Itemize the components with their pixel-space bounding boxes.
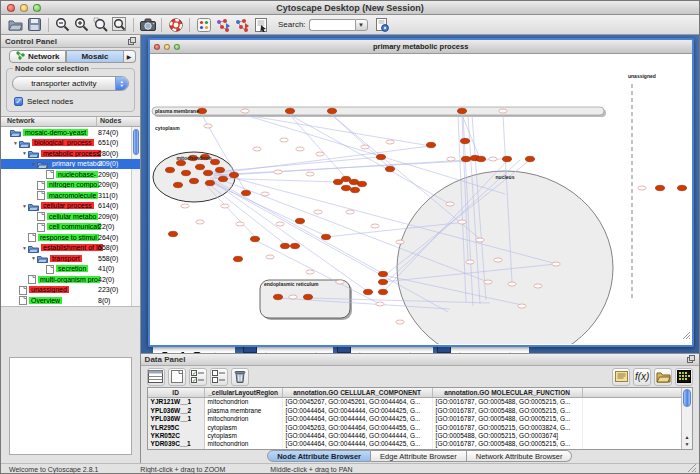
table-cell[interactable]: [GO:0045263, GO:0044464, GO:0044455, G..… xyxy=(283,424,433,432)
network-node-unselected[interactable] xyxy=(180,204,188,208)
network-node-unselected[interactable] xyxy=(465,260,473,264)
network-node-unselected[interactable] xyxy=(637,186,645,190)
network-node-unselected[interactable] xyxy=(533,284,541,288)
node-color-dropdown[interactable]: transporter activity ▲▼ xyxy=(12,76,129,91)
network-node-unselected[interactable] xyxy=(288,295,296,299)
tab-network-attribute-browser[interactable]: Network Attribute Browser xyxy=(467,450,573,462)
window-resize-grip[interactable] xyxy=(682,326,691,344)
network-node-unselected[interactable] xyxy=(395,320,403,324)
network-node-unselected[interactable] xyxy=(360,145,368,149)
table-cell[interactable]: [GO:0044464, GO:0044444, GO:0044425, G..… xyxy=(283,415,433,423)
network-node[interactable] xyxy=(426,142,435,147)
tab-overflow-button[interactable]: ▶ xyxy=(124,50,136,63)
network-node-unselected[interactable] xyxy=(483,280,491,284)
tree-row-overview[interactable]: Overview8(0) xyxy=(1,295,140,306)
network-node[interactable] xyxy=(461,156,470,161)
tree-row-nucleobase-[interactable]: nucleobase-209(0) xyxy=(1,169,140,180)
network-node-unselected[interactable] xyxy=(488,157,496,161)
network-node[interactable] xyxy=(210,159,219,164)
table-cell[interactable]: [GO:0044464, GO:0044444, GO:0044425, G..… xyxy=(283,407,433,415)
import-network-icon[interactable] xyxy=(213,16,232,33)
network-node[interactable] xyxy=(189,178,198,183)
network-node-unselected[interactable] xyxy=(445,202,453,206)
network-node[interactable] xyxy=(218,176,227,181)
network-node[interactable] xyxy=(181,170,190,175)
select-attrs-icon[interactable]: ✓✓ xyxy=(189,368,207,386)
network-node-unselected[interactable] xyxy=(315,152,323,156)
network-node-unselected[interactable] xyxy=(265,255,273,259)
network-node-unselected[interactable] xyxy=(507,282,515,286)
formula-fx-icon[interactable]: f(x) xyxy=(633,368,651,386)
table-cell[interactable]: mitochondrion xyxy=(205,440,283,448)
table-row-ylr295c[interactable]: YLR295Ccytoplasm[GO:0045263, GO:0044464,… xyxy=(148,424,692,432)
heatmap-icon[interactable] xyxy=(675,368,693,386)
tab-mosaic[interactable]: Mosaic xyxy=(66,50,123,63)
table-cell[interactable]: mitochondrion xyxy=(205,415,283,423)
network-window[interactable]: primary metabolic process plasma membran… xyxy=(148,38,694,347)
network-node[interactable] xyxy=(677,185,686,190)
network-node-unselected[interactable] xyxy=(493,258,501,262)
network-node[interactable] xyxy=(295,218,304,223)
table-cell[interactable]: YPL036W__1 xyxy=(148,415,205,423)
network-node-unselected[interactable] xyxy=(457,220,465,224)
network-node[interactable] xyxy=(303,294,312,299)
network-node[interactable] xyxy=(168,231,177,236)
table-row-ypl036w__2[interactable]: YPL036W__2plasma membrane[GO:0044464, GO… xyxy=(148,407,692,415)
tab-network[interactable]: Network xyxy=(9,50,66,63)
tree-row-macromolecule[interactable]: macromolecule311(0) xyxy=(1,190,140,201)
network-node[interactable] xyxy=(205,180,214,185)
network-node[interactable] xyxy=(378,289,387,294)
birds-eye-view[interactable] xyxy=(9,357,132,455)
save-icon[interactable] xyxy=(25,16,44,33)
annotate-icon[interactable] xyxy=(251,16,270,33)
float-panel-icon[interactable] xyxy=(128,37,136,45)
tree-row-establishment-of-lo[interactable]: ▼establishment of lo558(0) xyxy=(1,243,140,254)
tree-column-network[interactable]: Network xyxy=(1,117,97,126)
network-node-unselected[interactable] xyxy=(498,109,506,113)
network-node[interactable] xyxy=(655,185,664,190)
network-node[interactable] xyxy=(176,160,185,165)
search-dropdown-arrow[interactable]: ▼ xyxy=(355,19,368,31)
zoom-in-icon[interactable] xyxy=(72,16,91,33)
import-attrs-icon[interactable] xyxy=(654,368,672,386)
network-node-unselected[interactable] xyxy=(385,140,393,144)
table-cell[interactable]: YPL036W__2 xyxy=(148,407,205,415)
network-node[interactable] xyxy=(350,187,359,192)
network-node-unselected[interactable] xyxy=(446,157,454,161)
network-node-unselected[interactable] xyxy=(370,224,378,228)
network-node[interactable] xyxy=(215,167,224,172)
network-node-unselected[interactable] xyxy=(279,138,287,142)
table-cell[interactable]: [GO:0016787, GO:0005488, GO:0005215, G..… xyxy=(433,398,583,406)
network-node[interactable] xyxy=(173,182,182,187)
filter-icon[interactable] xyxy=(373,16,392,33)
network-node[interactable] xyxy=(203,170,212,175)
table-cell[interactable]: [GO:0016787, GO:0005488, GO:0005215, G..… xyxy=(433,440,583,448)
expand-triangle-icon[interactable]: ▼ xyxy=(21,203,28,209)
network-node[interactable] xyxy=(250,236,259,241)
tree-row-cellular-metabo[interactable]: cellular metabo209(0) xyxy=(1,211,140,222)
network-node[interactable] xyxy=(357,181,366,186)
network-node[interactable] xyxy=(273,294,282,299)
expand-triangle-icon[interactable]: ▼ xyxy=(30,255,37,261)
network-node[interactable] xyxy=(363,289,372,294)
table-cell[interactable]: [GO:0045267, GO:0045261, GO:0044464, G..… xyxy=(283,398,433,406)
network-node-unselected[interactable] xyxy=(395,240,403,244)
vizmapper-icon[interactable] xyxy=(194,16,213,33)
network-node[interactable] xyxy=(285,108,294,113)
column-header-2[interactable]: _cellularLayoutRegion xyxy=(205,388,283,397)
zoom-out-icon[interactable] xyxy=(53,16,72,33)
tree-column-nodes[interactable]: Nodes xyxy=(97,117,140,126)
network-node-unselected[interactable] xyxy=(305,270,313,274)
table-row-ypl036w__1[interactable]: YPL036W__1mitochondrion[GO:0044464, GO:0… xyxy=(148,415,692,423)
expand-triangle-icon[interactable]: ▼ xyxy=(21,150,28,156)
network-node-unselected[interactable] xyxy=(252,147,260,151)
tree-row-biological-process[interactable]: ▼biological_process651(0) xyxy=(1,138,140,149)
table-cell[interactable]: YKR052C xyxy=(148,432,205,440)
tab-edge-attribute-browser[interactable]: Edge Attribute Browser xyxy=(371,450,467,462)
search-input[interactable] xyxy=(309,19,355,31)
table-cell[interactable]: YDR039C__1 xyxy=(148,440,205,448)
table-cell[interactable]: [GO:0044464, GO:0044446, GO:0044444, G..… xyxy=(283,432,433,440)
expand-triangle-icon[interactable]: ▼ xyxy=(21,245,28,251)
network-node-unselected[interactable] xyxy=(305,172,313,176)
tree-row-nitrogen-compo[interactable]: nitrogen compo209(0) xyxy=(1,180,140,191)
